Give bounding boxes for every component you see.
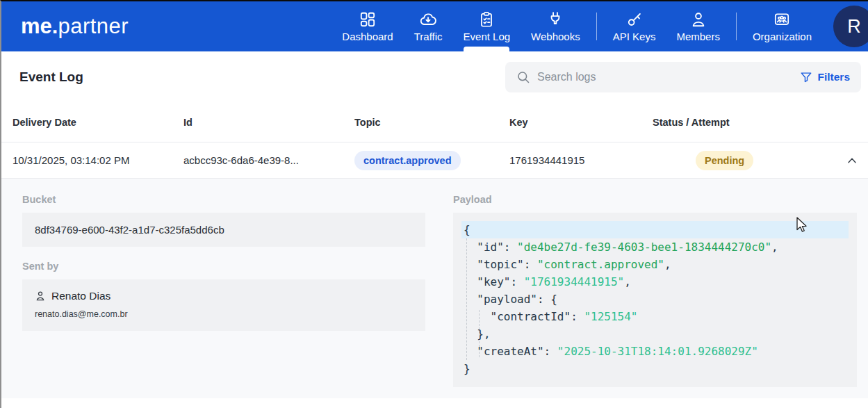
brand-logo-bold: me. bbox=[21, 14, 58, 38]
code-line: "contractId": "125154" bbox=[461, 308, 849, 325]
top-navigation-bar: me.partner Dashboard Traffic bbox=[1, 1, 868, 51]
organization-people-card-icon bbox=[773, 10, 791, 28]
code-line: }, bbox=[461, 325, 849, 343]
dashboard-grid-icon bbox=[359, 10, 377, 28]
cell-delivery-date: 10/31/2025, 03:14:02 PM bbox=[13, 154, 183, 166]
search-input[interactable] bbox=[537, 71, 793, 83]
filter-funnel-icon bbox=[800, 71, 812, 83]
collapse-row-button[interactable] bbox=[846, 154, 861, 167]
nav-divider bbox=[736, 13, 737, 40]
search-icon bbox=[516, 70, 530, 84]
column-header-id: Id bbox=[183, 117, 354, 128]
code-line: } bbox=[461, 360, 849, 377]
topic-badge: contract.approved bbox=[354, 151, 461, 170]
code-line: "key": "1761934441915", bbox=[461, 273, 849, 291]
code-line: "topic": "contract.approved", bbox=[461, 256, 849, 273]
nav-label: Webhooks bbox=[531, 31, 580, 42]
detail-left-column: Bucket 8df34769-e600-43f2-a1d7-c325fa5dd… bbox=[22, 193, 425, 398]
chevron-up-icon bbox=[846, 154, 858, 167]
code-line: "id": "de4be27d-fe39-4603-bee1-183444427… bbox=[461, 238, 849, 256]
payload-code: { "id": "de4be27d-fe39-4603-bee1-1834444… bbox=[453, 213, 857, 387]
page-title: Event Log bbox=[19, 70, 83, 85]
nav-item-api-keys[interactable]: API Keys bbox=[603, 1, 666, 51]
payload-label: Payload bbox=[453, 194, 857, 205]
brand-logo-light: partner bbox=[58, 14, 129, 38]
nav-label: API Keys bbox=[613, 31, 656, 42]
webhook-plug-icon bbox=[546, 10, 564, 28]
app-window: me.partner Dashboard Traffic bbox=[0, 0, 868, 408]
sent-by-label: Sent by bbox=[22, 261, 425, 272]
nav-item-event-log[interactable]: Event Log bbox=[453, 1, 521, 51]
brand-logo[interactable]: me.partner bbox=[21, 14, 129, 39]
nav-label: Members bbox=[676, 31, 720, 42]
code-line: "payload": { bbox=[461, 291, 849, 308]
traffic-cloud-download-icon bbox=[419, 10, 437, 28]
nav-label: Dashboard bbox=[342, 31, 393, 42]
sender-email: renato.dias@me.com.br bbox=[35, 309, 413, 319]
api-key-icon bbox=[625, 10, 644, 28]
nav-item-traffic[interactable]: Traffic bbox=[404, 1, 453, 51]
nav-label: Event Log bbox=[464, 31, 511, 42]
main-nav: Dashboard Traffic Event Log bbox=[331, 1, 822, 51]
cell-id: acbcc93c-6da6-4e39-8... bbox=[183, 154, 354, 166]
event-log-clipboard-icon bbox=[477, 10, 496, 28]
search-bar: Filters bbox=[505, 62, 861, 92]
column-header-key: Key bbox=[509, 117, 653, 128]
cell-key: 1761934441915 bbox=[509, 154, 653, 166]
code-line: "createAt": "2025-10-31T18:14:01.9268029… bbox=[461, 343, 849, 360]
bucket-label: Bucket bbox=[22, 194, 425, 205]
member-person-icon bbox=[689, 10, 707, 28]
nav-item-webhooks[interactable]: Webhooks bbox=[521, 1, 591, 51]
person-icon bbox=[35, 291, 46, 302]
bucket-value: 8df34769-e600-43f2-a1d7-c325fa5dd6cb bbox=[22, 213, 425, 247]
nav-item-dashboard[interactable]: Dashboard bbox=[331, 1, 403, 51]
sent-by-card: Renato Dias renato.dias@me.com.br bbox=[22, 279, 425, 331]
filters-label: Filters bbox=[817, 71, 850, 83]
column-header-status: Status / Attempt bbox=[653, 117, 830, 128]
code-line: { bbox=[461, 221, 849, 238]
user-avatar[interactable]: R bbox=[833, 6, 868, 47]
table-row[interactable]: 10/31/2025, 03:14:02 PM acbcc93c-6da6-4e… bbox=[1, 142, 868, 178]
column-header-delivery-date: Delivery Date bbox=[13, 117, 183, 128]
nav-item-members[interactable]: Members bbox=[666, 1, 730, 51]
page-header: Event Log Filters bbox=[1, 51, 868, 103]
log-table-header: Delivery Date Id Topic Key Status / Atte… bbox=[1, 103, 868, 142]
row-detail-panel: Bucket 8df34769-e600-43f2-a1d7-c325fa5dd… bbox=[1, 178, 868, 398]
nav-divider bbox=[596, 13, 597, 40]
status-badge: Pending bbox=[696, 151, 753, 170]
filters-button[interactable]: Filters bbox=[800, 71, 850, 83]
detail-right-column: Payload { "id": "de4be27d-fe39-4603-bee1… bbox=[453, 193, 857, 398]
column-header-topic: Topic bbox=[354, 117, 509, 128]
avatar-initial: R bbox=[847, 16, 861, 38]
sender-name: Renato Dias bbox=[51, 290, 110, 302]
nav-label: Traffic bbox=[414, 31, 443, 42]
nav-label: Organization bbox=[753, 31, 812, 42]
nav-item-organization[interactable]: Organization bbox=[742, 1, 822, 51]
